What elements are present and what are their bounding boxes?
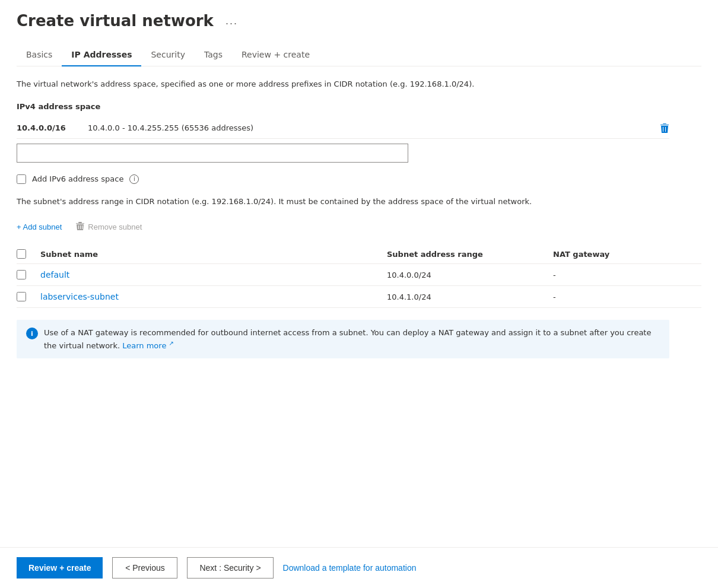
address-space-entry: 10.4.0.0/16 10.4.0.0 - 10.4.255.255 (655…	[17, 118, 669, 139]
remove-subnet-label: Remove subnet	[88, 223, 142, 231]
add-ipv6-label: Add IPv6 address space	[32, 174, 123, 183]
add-subnet-button[interactable]: + Add subnet	[17, 220, 62, 234]
next-security-button[interactable]: Next : Security >	[187, 557, 273, 579]
subnet-address-range-labservices: 10.4.1.0/24	[387, 293, 553, 301]
delete-address-icon[interactable]	[660, 123, 669, 134]
address-cidr: 10.4.0.0/16	[17, 123, 76, 132]
subnet-actions: + Add subnet Remove subnet	[17, 219, 701, 235]
col-header-subnet-name: Subnet name	[40, 250, 387, 259]
footer: Review + create < Previous Next : Securi…	[0, 547, 718, 588]
remove-icon	[76, 221, 84, 233]
ipv6-info-icon[interactable]: i	[129, 174, 139, 184]
table-row: labservices-subnet 10.4.1.0/24 -	[17, 286, 701, 308]
table-header-row: Subnet name Subnet address range NAT gat…	[17, 244, 701, 264]
subnet-description: The subnet's address range in CIDR notat…	[17, 196, 640, 208]
tab-tags[interactable]: Tags	[195, 44, 232, 66]
tabs-navigation: Basics IP Addresses Security Tags Review…	[17, 44, 701, 66]
subnet-table-container: Subnet name Subnet address range NAT gat…	[17, 244, 701, 308]
ip-addresses-description: The virtual network's address space, spe…	[17, 78, 701, 90]
review-create-button[interactable]: Review + create	[17, 557, 103, 579]
subnet-address-range-default: 10.4.0.0/24	[387, 271, 553, 279]
row-checkbox-default[interactable]	[17, 270, 26, 279]
page-title: Create virtual network	[17, 12, 214, 30]
col-header-nat-gateway: NAT gateway	[553, 250, 701, 259]
previous-button[interactable]: < Previous	[112, 557, 177, 579]
info-box-text: Use of a NAT gateway is recommended for …	[44, 327, 660, 351]
address-space-input[interactable]	[17, 144, 408, 163]
col-header-address-range: Subnet address range	[387, 250, 553, 259]
info-icon: i	[26, 328, 38, 339]
row-checkbox-labservices[interactable]	[17, 292, 26, 301]
subnet-link-labservices[interactable]: labservices-subnet	[40, 292, 119, 301]
subnet-nat-default: -	[553, 271, 701, 279]
tab-review-create[interactable]: Review + create	[232, 44, 319, 66]
add-ipv6-row: Add IPv6 address space i	[17, 174, 701, 184]
ellipsis-menu-button[interactable]: ...	[221, 12, 243, 30]
add-ipv6-checkbox[interactable]	[17, 174, 26, 184]
select-all-checkbox[interactable]	[17, 249, 26, 259]
add-subnet-label: + Add subnet	[17, 223, 62, 231]
ipv4-section-title: IPv4 address space	[17, 102, 669, 111]
external-link-icon: ↗	[169, 340, 174, 347]
subnet-link-default[interactable]: default	[40, 270, 69, 279]
tab-basics[interactable]: Basics	[17, 44, 62, 66]
address-range: 10.4.0.0 - 10.4.255.255 (65536 addresses…	[88, 123, 648, 132]
tab-ip-addresses[interactable]: IP Addresses	[62, 44, 141, 66]
remove-subnet-button[interactable]: Remove subnet	[76, 219, 142, 235]
table-row: default 10.4.0.0/24 -	[17, 264, 701, 286]
nat-info-box: i Use of a NAT gateway is recommended fo…	[17, 320, 669, 358]
tab-security[interactable]: Security	[141, 44, 195, 66]
learn-more-link[interactable]: Learn more ↗	[122, 341, 174, 350]
download-template-button[interactable]: Download a template for automation	[283, 558, 417, 577]
subnet-nat-labservices: -	[553, 293, 701, 301]
